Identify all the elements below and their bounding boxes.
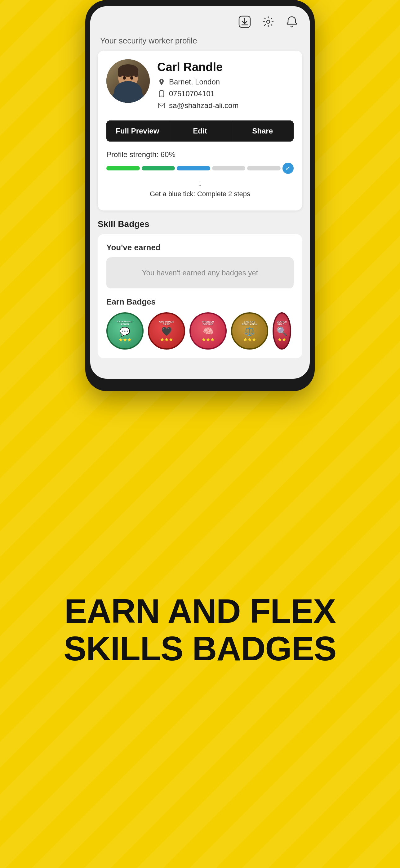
phone-text: 07510704101 [169, 89, 214, 98]
empty-badges-box: You haven't earned any badges yet [106, 257, 294, 288]
strength-hint: ↓ Get a blue tick: Complete 2 steps [106, 178, 294, 198]
marketing-title-line2: SKILLS BADGES [64, 629, 336, 667]
profile-name: Carl Randle [157, 61, 294, 74]
edit-button[interactable]: Edit [169, 120, 232, 142]
location-text: Barnet, London [169, 78, 220, 86]
svg-point-7 [123, 76, 126, 80]
svg-rect-5 [118, 70, 122, 77]
profile-card: Carl Randle Barnet, London [98, 51, 302, 211]
marketing-title-line1: EARN AND FLEX [64, 592, 336, 629]
badge-law-regulation[interactable]: LAW ANDREGULATION ⚖️ ⭐⭐⭐ [231, 312, 268, 349]
skill-badges-section: Skill Badges You've earned You haven't e… [90, 217, 310, 358]
svg-rect-10 [161, 96, 163, 96]
profile-section-label: Your security worker profile [90, 34, 310, 51]
strength-bar-5 [247, 166, 280, 170]
strength-bar-2 [142, 166, 175, 170]
phone-icon [157, 89, 166, 98]
email-icon [157, 101, 166, 110]
svg-point-1 [267, 20, 270, 23]
badge-searching[interactable]: SEARCHING P... 🔍 ⭐⭐ [272, 312, 291, 349]
svg-rect-11 [159, 103, 165, 108]
badges-card: You've earned You haven't earned any bad… [98, 234, 302, 358]
strength-bar-3 [177, 166, 210, 170]
strength-label: Profile strength: 60% [106, 150, 294, 159]
empty-badges-text: You haven't earned any badges yet [142, 269, 258, 277]
strength-bar-4 [212, 166, 245, 170]
svg-point-8 [130, 76, 133, 80]
strength-bar-1 [106, 166, 140, 170]
profile-strength-section: Profile strength: 60% ✓ ↓ Get a blue tic… [106, 149, 294, 202]
skill-badges-title: Skill Badges [98, 219, 302, 229]
badges-row: COMMUNICATION 💬 ⭐⭐⭐ CUSTOMERCARE [106, 312, 294, 349]
top-bar [90, 6, 310, 34]
strength-hint-text: Get a blue tick: Complete 2 steps [150, 190, 250, 198]
avatar [106, 59, 150, 103]
download-icon[interactable] [237, 14, 253, 30]
down-arrow-icon: ↓ [198, 180, 202, 188]
earned-header: You've earned [106, 243, 294, 252]
svg-point-2 [111, 86, 145, 103]
earn-badges-header: Earn Badges [106, 297, 294, 307]
blue-tick-icon: ✓ [282, 163, 294, 174]
settings-icon[interactable] [260, 14, 276, 30]
full-preview-button[interactable]: Full Preview [106, 120, 169, 142]
svg-rect-6 [134, 70, 138, 77]
email-text: sa@shahzad-ali.com [169, 101, 238, 110]
badge-communication[interactable]: COMMUNICATION 💬 ⭐⭐⭐ [106, 312, 143, 349]
location-icon [157, 78, 166, 86]
profile-info: Carl Randle Barnet, London [157, 59, 294, 113]
marketing-section: EARN AND FLEX SKILLS BADGES [0, 391, 400, 868]
notification-bell-icon[interactable] [284, 14, 300, 30]
badge-problem-solving[interactable]: PROBLEMSOLVING 🧠 ⭐⭐⭐ [190, 312, 227, 349]
share-button[interactable]: Share [231, 120, 294, 142]
action-buttons: Full Preview Edit Share [106, 120, 294, 142]
badge-customer-care[interactable]: CUSTOMERCARE 🖤 ⭐⭐⭐ [148, 312, 185, 349]
strength-bars: ✓ [106, 163, 294, 174]
